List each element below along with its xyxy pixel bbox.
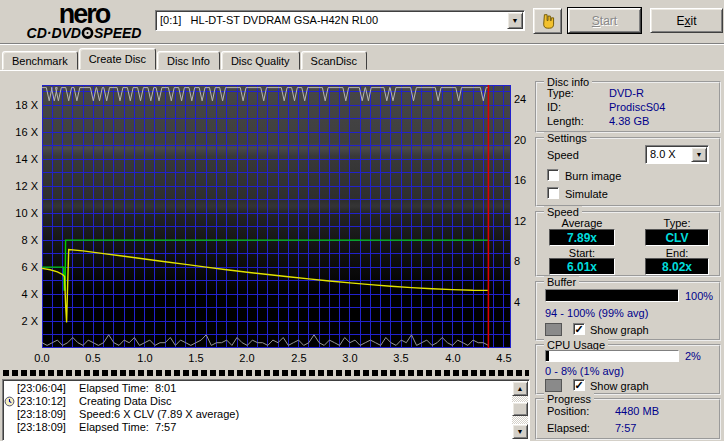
scrollbar-thumb[interactable] [512,402,528,416]
log-time: [23:10:12] [17,395,73,408]
speed-average-label: Average [549,217,615,229]
log-time: [23:18:09] [17,421,73,434]
speed-average-value: 7.89x [549,229,615,246]
speed-group: Speed Average Type: 7.89x CLV Start: End… [535,211,721,277]
left-axis-tick: 18 X [8,99,38,111]
left-axis-tick: 4 X [8,288,38,300]
x-axis-tick: 4.5 [491,352,517,364]
checkbox-burn-image[interactable] [547,169,559,181]
checkbox-simulate[interactable] [547,187,559,199]
chevron-down-icon[interactable]: ▼ [507,12,523,29]
event-log: [23:06:04] Elapsed Time: 8:01[23:10:12] … [2,379,530,441]
cpu-progressbar [545,350,679,362]
buffer-range: 94 - 100% (99% avg) [545,307,648,319]
toolbar-separator [0,43,724,45]
x-axis-tick: 0.0 [29,352,55,364]
log-row: [23:10:12] Creating Data Disc [3,395,529,408]
tab-disc-quality[interactable]: Disc Quality [221,51,300,70]
x-axis-tick: 2.5 [286,352,312,364]
x-axis-tick: 3.0 [337,352,363,364]
speed-graph: 2 X4 X6 X8 X10 X12 X14 X16 X18 X 4812162… [0,71,534,371]
left-axis-tick: 10 X [8,207,38,219]
left-axis-tick: 6 X [8,261,38,273]
disc-info-value: 4.38 GB [609,115,649,127]
speed-type-value: CLV [645,229,709,246]
log-separator [3,370,529,376]
settings-title: Settings [544,132,590,144]
settings-group: Settings Speed 8.0 X ▼ Burn imageSimulat… [535,137,721,207]
x-axis-tick: 2.0 [234,352,260,364]
left-axis-tick: 14 X [8,153,38,165]
nero-cd-dvd-speed-window: nero CD·DVDSPEED [0:1] HL-DT-ST DVDRAM G… [0,0,724,441]
scrollbar-up-icon[interactable]: ▲ [512,381,528,396]
create-disc-page: 2 X4 X6 X8 X10 X12 X14 X16 X18 X 4812162… [0,70,724,441]
log-row: [23:06:04] Elapsed Time: 8:01 [3,382,529,395]
position-label: Position: [547,405,589,417]
right-axis-tick: 4 [514,296,536,308]
drive-hand-button[interactable] [533,8,562,34]
left-axis-tick: 16 X [8,126,38,138]
tab-benchmark[interactable]: Benchmark [2,51,78,70]
graph-plot-area [42,85,511,348]
disc-info-group: Disc info Type:DVD-RID:ProdiscS04Length:… [535,81,721,133]
checkbox-label: Simulate [565,188,608,200]
buffer-color-swatch [545,323,562,336]
log-message: Speed:6 X CLV (7.89 X average) [73,408,239,420]
check-icon: ✓ [574,379,583,391]
log-time: [23:06:04] [17,382,73,395]
check-icon: ✓ [574,323,583,335]
disc-info-value: ProdiscS04 [609,101,665,113]
exit-button[interactable]: Exit [650,8,723,33]
nero-logo: nero CD·DVDSPEED [14,3,154,41]
cpu-show-graph-checkbox[interactable]: ✓ [573,379,585,391]
x-axis-tick: 1.0 [132,352,158,364]
logo-cddvd-text: CD·DVD [27,25,81,41]
right-axis-tick: 8 [514,255,536,267]
drive-combo-value: [0:1] HL-DT-ST DVDRAM GSA-H42N RL00 [156,11,524,26]
disc-info-value: DVD-R [609,87,644,99]
log-row: [23:18:09] Speed:6 X CLV (7.89 X average… [3,408,529,421]
buffer-group: Buffer 100% 94 - 100% (99% avg) ✓ Show g… [535,281,721,341]
hand-icon [539,12,557,30]
disc-info-label: Type: [547,87,574,99]
log-time: [23:18:09] [17,408,73,421]
cpu-show-graph-label: Show graph [590,380,649,392]
buffer-percent: 100% [685,290,713,302]
speed-label: Speed [547,149,579,161]
tab-scandisc[interactable]: ScanDisc [301,51,367,70]
start-button[interactable]: Start [568,8,641,33]
drive-select-combobox[interactable]: [0:1] HL-DT-ST DVDRAM GSA-H42N RL00 ▼ [155,10,525,31]
speed-end-value: 8.02x [645,258,709,275]
buffer-title: Buffer [544,276,579,288]
x-axis-tick: 4.0 [440,352,466,364]
speed-combobox[interactable]: 8.0 X ▼ [645,145,709,164]
disc-info-label: Length: [547,115,584,127]
disc-icon [81,25,94,41]
logo-speed-text: SPEED [94,25,141,41]
cpu-usage-group: CPU Usage 2% 0 - 8% (1% avg) ✓ Show grap… [535,344,721,395]
right-axis-tick: 16 [514,174,536,186]
disc-info-label: ID: [547,101,561,113]
tab-disc-info[interactable]: Disc Info [157,51,220,70]
x-axis-tick: 3.5 [388,352,414,364]
position-value: 4480 MB [615,405,659,417]
checkbox-label: Burn image [565,170,621,182]
tab-strip: BenchmarkCreate DiscDisc InfoDisc Qualit… [2,48,368,70]
buffer-show-graph-label: Show graph [590,324,649,336]
cpu-percent: 2% [685,350,701,362]
elapsed-value: 7:57 [615,422,636,434]
x-axis-tick: 0.5 [80,352,106,364]
left-axis-tick: 2 X [8,315,38,327]
right-axis-tick: 20 [514,134,536,146]
tab-create-disc[interactable]: Create Disc [79,48,156,70]
chevron-down-icon[interactable]: ▼ [691,147,707,162]
log-message: Elapsed Time: 7:57 [73,421,176,433]
log-scrollbar[interactable]: ▲ ▼ [512,381,528,439]
progress-group: Progress Position: 4480 MB Elapsed: 7:57 [535,398,721,440]
scrollbar-down-icon[interactable]: ▼ [512,424,528,439]
right-axis-tick: 24 [514,93,536,105]
buffer-show-graph-checkbox[interactable]: ✓ [573,323,585,335]
left-axis-tick: 8 X [8,234,38,246]
speed-type-label: Type: [645,217,709,229]
speed-start-value: 6.01x [549,258,615,275]
